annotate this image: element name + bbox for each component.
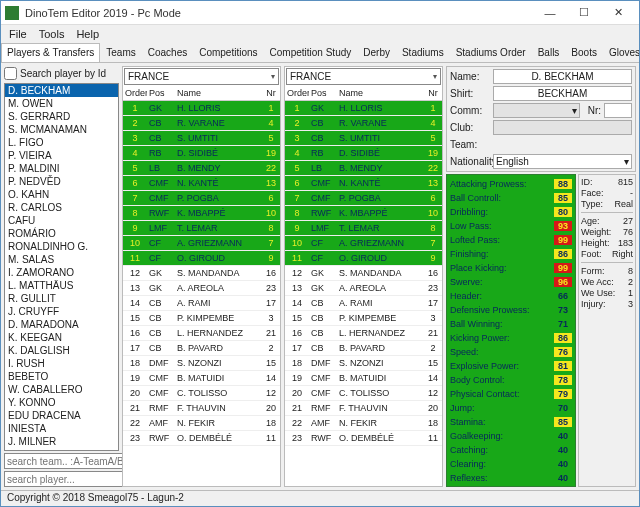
table-row[interactable]: 22AMFN. FEKIR18 [123,416,280,431]
list-item[interactable]: I. RUSH [5,357,118,370]
tab-stadiums-order[interactable]: Stadiums Order [450,43,532,62]
table-row[interactable]: 16CBL. HERNANDEZ21 [123,326,280,341]
table-row[interactable]: 5LBB. MENDY22 [123,161,280,176]
table-row[interactable]: 3CBS. UMTITI5 [123,131,280,146]
team-dropdown-right[interactable]: FRANCE ▾ [286,68,441,85]
table-row[interactable]: 19CMFB. MATUIDI14 [123,371,280,386]
search-by-id-checkbox[interactable] [4,67,17,80]
list-item[interactable]: O. KAHN [5,188,118,201]
team-dropdown-left[interactable]: FRANCE ▾ [124,68,279,85]
search-player-input[interactable] [4,471,137,487]
table-row[interactable]: 12GKS. MANDANDA16 [285,266,442,281]
table-row[interactable]: 5LBB. MENDY22 [285,161,442,176]
table-row[interactable]: 1GKH. LLORIS1 [123,101,280,116]
table-row[interactable]: 21RMFF. THAUVIN20 [123,401,280,416]
list-item[interactable]: W. CABALLERO [5,383,118,396]
table-row[interactable]: 12GKS. MANDANDA16 [123,266,280,281]
table-row[interactable]: 6CMFN. KANTÉ13 [123,176,280,191]
list-item[interactable]: Y. KONNO [5,396,118,409]
search-team-input[interactable] [4,453,137,469]
table-row[interactable]: 22AMFN. FEKIR18 [285,416,442,431]
tab-coaches[interactable]: Coaches [142,43,193,62]
table-row[interactable]: 14CBA. RAMI17 [123,296,280,311]
list-item[interactable]: L. FIGO [5,136,118,149]
list-item[interactable]: S. GERRARD [5,110,118,123]
table-row[interactable]: 7CMFP. POGBA6 [123,191,280,206]
list-item[interactable]: P. MALDINI [5,162,118,175]
tab-teams[interactable]: Teams [100,43,141,62]
list-item[interactable]: J. MILNER [5,435,118,448]
tab-balls[interactable]: Balls [532,43,566,62]
list-item[interactable]: T. VERMAELEN [5,448,118,451]
squad-body-right[interactable]: 1GKH. LLORIS12CBR. VARANE43CBS. UMTITI54… [285,101,442,486]
club-value[interactable] [493,120,632,135]
table-row[interactable]: 16CBL. HERNANDEZ21 [285,326,442,341]
tab-competitions[interactable]: Competitions [193,43,263,62]
squad-body-left[interactable]: 1GKH. LLORIS12CBR. VARANE43CBS. UMTITI54… [123,101,280,486]
list-item[interactable]: R. GULLIT [5,292,118,305]
stats-panel[interactable]: Attacking Prowess:88Ball Controll:85Drib… [446,174,576,487]
player-list[interactable]: D. BECKHAMM. OWENS. GERRARDS. MCMANAMANL… [4,83,119,451]
menu-help[interactable]: Help [70,26,105,42]
table-row[interactable]: 6CMFN. KANTÉ13 [285,176,442,191]
table-row[interactable]: 10CFA. GRIEZMANN7 [123,236,280,251]
table-row[interactable]: 4RBD. SIDIBÉ19 [285,146,442,161]
list-item[interactable]: EDU DRACENA [5,409,118,422]
table-row[interactable]: 18DMFS. NZONZI15 [285,356,442,371]
menu-file[interactable]: File [3,26,33,42]
minimize-button[interactable]: — [533,2,567,24]
list-item[interactable]: D. MARADONA [5,318,118,331]
table-row[interactable]: 2CBR. VARANE4 [285,116,442,131]
table-row[interactable]: 13GKA. AREOLA23 [123,281,280,296]
nationality-dropdown[interactable]: English▾ [493,154,632,169]
table-row[interactable]: 15CBP. KIMPEMBE3 [285,311,442,326]
list-item[interactable]: ROMÁRIO [5,227,118,240]
list-item[interactable]: BEBETO [5,370,118,383]
list-item[interactable]: M. SALAS [5,253,118,266]
table-row[interactable]: 3CBS. UMTITI5 [285,131,442,146]
table-row[interactable]: 13GKA. AREOLA23 [285,281,442,296]
table-row[interactable]: 8RWFK. MBAPPÉ10 [123,206,280,221]
table-row[interactable]: 14CBA. RAMI17 [285,296,442,311]
table-row[interactable]: 7CMFP. POGBA6 [285,191,442,206]
list-item[interactable]: R. CARLOS [5,201,118,214]
tab-gloves[interactable]: Gloves [603,43,639,62]
list-item[interactable]: CAFU [5,214,118,227]
list-item[interactable]: S. MCMANAMAN [5,123,118,136]
table-row[interactable]: 20CMFC. TOLISSO12 [123,386,280,401]
close-button[interactable]: ✕ [601,2,635,24]
name-value[interactable]: D. BECKHAM [493,69,632,84]
list-item[interactable]: INIESTA [5,422,118,435]
table-row[interactable]: 17CBB. PAVARD2 [285,341,442,356]
table-row[interactable]: 21RMFF. THAUVIN20 [285,401,442,416]
tab-boots[interactable]: Boots [565,43,603,62]
nr-value[interactable] [604,103,632,118]
list-item[interactable]: M. OWEN [5,97,118,110]
table-row[interactable]: 8RWFK. MBAPPÉ10 [285,206,442,221]
list-item[interactable]: P. VIEIRA [5,149,118,162]
table-row[interactable]: 2CBR. VARANE4 [123,116,280,131]
list-item[interactable]: RONALDINHO G. [5,240,118,253]
table-row[interactable]: 1GKH. LLORIS1 [285,101,442,116]
table-row[interactable]: 17CBB. PAVARD2 [123,341,280,356]
table-row[interactable]: 15CBP. KIMPEMBE3 [123,311,280,326]
tab-derby[interactable]: Derby [357,43,396,62]
table-row[interactable]: 23RWFO. DEMBÉLÉ11 [123,431,280,446]
list-item[interactable]: K. KEEGAN [5,331,118,344]
tab-competition-study[interactable]: Competition Study [264,43,358,62]
table-row[interactable]: 23RWFO. DEMBÉLÉ11 [285,431,442,446]
shirt-value[interactable]: BECKHAM [493,86,632,101]
table-row[interactable]: 19CMFB. MATUIDI14 [285,371,442,386]
table-row[interactable]: 11CFO. GIROUD9 [123,251,280,266]
list-item[interactable]: I. ZAMORANO [5,266,118,279]
list-item[interactable]: D. BECKHAM [5,84,118,97]
table-row[interactable]: 9LMFT. LEMAR8 [123,221,280,236]
list-item[interactable]: K. DALGLISH [5,344,118,357]
table-row[interactable]: 4RBD. SIDIBÉ19 [123,146,280,161]
table-row[interactable]: 10CFA. GRIEZMANN7 [285,236,442,251]
table-row[interactable]: 18DMFS. NZONZI15 [123,356,280,371]
table-row[interactable]: 20CMFC. TOLISSO12 [285,386,442,401]
tab-stadiums[interactable]: Stadiums [396,43,450,62]
tab-players-transfers[interactable]: Players & Transfers [1,43,100,63]
list-item[interactable]: P. NEDVĚD [5,175,118,188]
